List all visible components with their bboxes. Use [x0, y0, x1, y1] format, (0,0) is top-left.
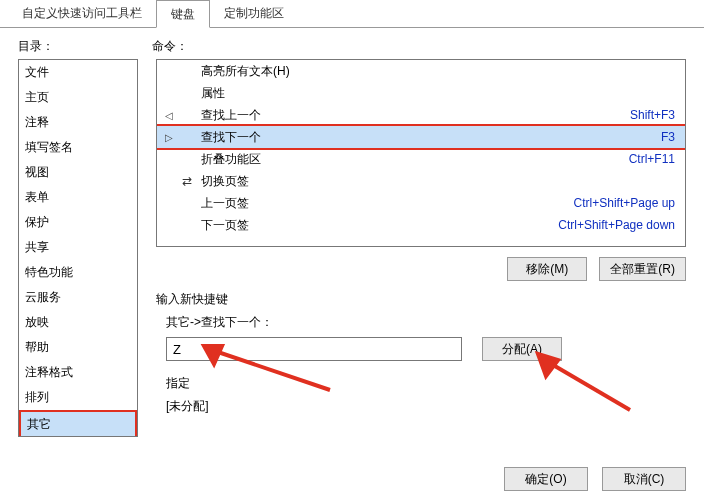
tab-keyboard[interactable]: 键盘: [156, 0, 210, 28]
dir-item-1[interactable]: 主页: [19, 85, 137, 110]
cmd-text: 查找下一个: [197, 129, 661, 146]
dir-item-7[interactable]: 共享: [19, 235, 137, 260]
remove-button[interactable]: 移除(M): [507, 257, 587, 281]
cmd-row-7[interactable]: 下一页签Ctrl+Shift+Page down: [157, 214, 685, 236]
tab-bar: 自定义快速访问工具栏 键盘 定制功能区: [0, 0, 704, 28]
dir-item-10[interactable]: 放映: [19, 310, 137, 335]
dir-item-0[interactable]: 文件: [19, 60, 137, 85]
cmd-row-0[interactable]: 高亮所有文本(H): [157, 60, 685, 82]
cmd-shortcut: F3: [661, 130, 675, 144]
label-assigned: 指定: [166, 375, 686, 392]
dir-item-6[interactable]: 保护: [19, 210, 137, 235]
customize-dialog: 自定义快速访问工具栏 键盘 定制功能区 目录： 命令： 文件主页注释填写签名视图…: [0, 0, 704, 501]
cmd-icon: ⇄: [177, 174, 197, 188]
dir-item-13[interactable]: 排列: [19, 385, 137, 410]
dir-item-3[interactable]: 填写签名: [19, 135, 137, 160]
dir-item-11[interactable]: 帮助: [19, 335, 137, 360]
cmd-row-3[interactable]: ▷查找下一个F3: [157, 126, 685, 148]
reset-all-button[interactable]: 全部重置(R): [599, 257, 686, 281]
dir-item-8[interactable]: 特色功能: [19, 260, 137, 285]
cancel-button[interactable]: 取消(C): [602, 467, 686, 491]
assign-button[interactable]: 分配(A): [482, 337, 562, 361]
dir-item-12[interactable]: 注释格式: [19, 360, 137, 385]
cmd-text: 切换页签: [197, 173, 675, 190]
cmd-text: 折叠功能区: [197, 151, 629, 168]
cmd-row-2[interactable]: ◁查找上一个Shift+F3: [157, 104, 685, 126]
cmd-text: 上一页签: [197, 195, 574, 212]
directory-list[interactable]: 文件主页注释填写签名视图表单保护共享特色功能云服务放映帮助注释格式排列其它: [18, 59, 138, 437]
label-directory: 目录：: [18, 38, 138, 55]
cmd-row-4[interactable]: 折叠功能区Ctrl+F11: [157, 148, 685, 170]
command-list[interactable]: 高亮所有文本(H)属性◁查找上一个Shift+F3▷查找下一个F3折叠功能区Ct…: [156, 59, 686, 247]
cmd-text: 查找上一个: [197, 107, 630, 124]
cmd-text: 下一页签: [197, 217, 558, 234]
shortcut-input[interactable]: [166, 337, 462, 361]
cmd-text: 高亮所有文本(H): [197, 63, 675, 80]
dir-item-2[interactable]: 注释: [19, 110, 137, 135]
label-command: 命令：: [152, 38, 188, 55]
cmd-row-5[interactable]: ⇄切换页签: [157, 170, 685, 192]
cmd-shortcut: Ctrl+Shift+Page down: [558, 218, 675, 232]
dir-item-9[interactable]: 云服务: [19, 285, 137, 310]
tab-customize-ribbon[interactable]: 定制功能区: [210, 0, 298, 27]
content-area: 目录： 命令： 文件主页注释填写签名视图表单保护共享特色功能云服务放映帮助注释格…: [0, 28, 704, 454]
dialog-footer: 确定(O) 取消(C): [504, 467, 686, 491]
cmd-shortcut: Shift+F3: [630, 108, 675, 122]
expand-icon: ◁: [161, 110, 177, 121]
cmd-row-6[interactable]: 上一页签Ctrl+Shift+Page up: [157, 192, 685, 214]
cmd-row-1[interactable]: 属性: [157, 82, 685, 104]
assigned-value: [未分配]: [166, 398, 686, 415]
expand-icon: ▷: [161, 132, 177, 143]
cmd-shortcut: Ctrl+Shift+Page up: [574, 196, 675, 210]
label-new-shortcut: 输入新快捷键: [156, 291, 686, 308]
label-command-path: 其它->查找下一个：: [166, 314, 686, 331]
cmd-text: 属性: [197, 85, 675, 102]
dir-item-5[interactable]: 表单: [19, 185, 137, 210]
cmd-shortcut: Ctrl+F11: [629, 152, 675, 166]
dir-item-4[interactable]: 视图: [19, 160, 137, 185]
dir-item-14[interactable]: 其它: [19, 410, 137, 437]
ok-button[interactable]: 确定(O): [504, 467, 588, 491]
tab-quick-access[interactable]: 自定义快速访问工具栏: [8, 0, 156, 27]
